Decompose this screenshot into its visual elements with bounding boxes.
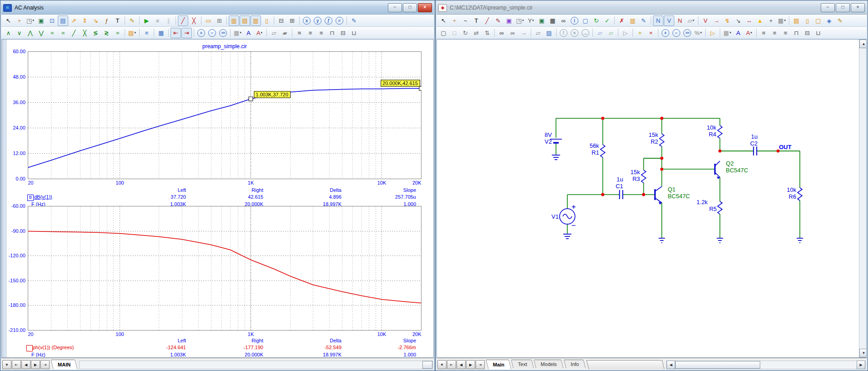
first-page-button[interactable]: ⇤: [12, 360, 21, 369]
flip-vertical-icon[interactable]: ⇅: [482, 28, 492, 38]
close-button[interactable]: ×: [851, 3, 865, 12]
properties-icon[interactable]: ✎: [835, 15, 845, 26]
waveform-badge[interactable]: [26, 345, 33, 351]
scale-mode-icon[interactable]: ⇗: [69, 15, 79, 26]
zoom-out-icon[interactable]: −: [207, 28, 217, 38]
find-component-icon[interactable]: ∞: [558, 15, 569, 26]
go-page-icon[interactable]: ▷: [707, 28, 718, 38]
cursor-high-icon[interactable]: ⋀: [25, 28, 35, 38]
image-icon[interactable]: ▣: [36, 15, 46, 26]
component-r2-resistor[interactable]: [659, 134, 664, 146]
align-left-icon[interactable]: ≡: [758, 28, 769, 38]
horizontal-axis-icon[interactable]: ⊟: [276, 15, 286, 26]
font-icon[interactable]: A: [733, 28, 743, 38]
r2-name-label[interactable]: R2: [651, 138, 658, 145]
schematic-hscrollbar[interactable]: ◀ ▶: [666, 361, 866, 369]
line-mode-icon[interactable]: ╱: [482, 15, 492, 26]
pause-icon[interactable]: ∥: [163, 15, 174, 26]
copy-back-icon[interactable]: ▱: [606, 28, 616, 38]
zoom-in-icon[interactable]: +: [196, 28, 206, 38]
q1-name-label[interactable]: Q1: [667, 186, 675, 193]
align-top-icon[interactable]: ⊓: [327, 28, 337, 38]
box-shape-icon[interactable]: □: [449, 28, 460, 38]
pan-hand-icon[interactable]: +: [449, 15, 460, 26]
q1-model-label[interactable]: BC547C: [667, 193, 690, 200]
scroll-right-button[interactable]: ▶: [857, 361, 865, 369]
align-right-icon[interactable]: ≡: [780, 28, 791, 38]
flow-mode-icon[interactable]: Y▾: [526, 15, 536, 26]
add-page-icon[interactable]: +: [635, 28, 645, 38]
q2-model-label[interactable]: BC547C: [726, 167, 748, 174]
gain-plot[interactable]: [28, 51, 421, 179]
align-center-icon[interactable]: ≡: [305, 28, 316, 38]
q2-name-label[interactable]: Q2: [726, 160, 733, 167]
tags-stripes-icon[interactable]: ▯: [261, 15, 272, 26]
text-mode-icon[interactable]: T: [471, 15, 482, 26]
r5-value-label[interactable]: 1.2k: [697, 199, 708, 206]
restore-button[interactable]: □: [403, 3, 417, 12]
r6-name-label[interactable]: R6: [789, 193, 797, 200]
tab-models[interactable]: Models: [534, 360, 564, 368]
component-r4-resistor[interactable]: [717, 125, 722, 138]
numeric-output-icon[interactable]: ▦: [156, 28, 166, 38]
slope-arrow-icon[interactable]: ↘: [733, 15, 743, 26]
cursor-left-icon[interactable]: ⇤: [171, 28, 181, 38]
border-icon[interactable]: ▤: [791, 15, 802, 26]
r4-name-label[interactable]: R4: [709, 131, 717, 138]
cursor-all-curves-icon[interactable]: ≈: [112, 28, 123, 38]
scroll-up-button[interactable]: ▲: [859, 40, 867, 48]
r4-value-label[interactable]: 10k: [707, 124, 716, 131]
stop-circle-icon[interactable]: ×: [569, 28, 580, 38]
title-block-icon[interactable]: ▯: [802, 15, 813, 26]
clipboard-icon[interactable]: ▤▾: [127, 28, 137, 38]
cursor-slope-icon[interactable]: ╱: [69, 28, 79, 38]
text-page-icon[interactable]: ≡: [141, 28, 152, 38]
node-numbers-icon[interactable]: N: [653, 15, 663, 26]
last-page-button[interactable]: ⇥: [476, 360, 485, 369]
edit-notes-icon[interactable]: ✎: [349, 15, 359, 26]
goto-icon[interactable]: →: [518, 28, 529, 38]
tab-info[interactable]: Info: [563, 360, 586, 368]
current-arrow-icon[interactable]: →: [711, 15, 722, 26]
add-node-icon[interactable]: N: [675, 15, 685, 26]
r1-name-label[interactable]: R1: [592, 149, 599, 156]
v1-name-label[interactable]: V1: [552, 213, 559, 220]
bring-to-front-icon[interactable]: ▰: [280, 28, 290, 38]
cursor-crossing-icon[interactable]: ╳: [80, 28, 90, 38]
grid-icon[interactable]: ▦▾: [777, 15, 787, 26]
component-c1-capacitor[interactable]: [620, 190, 623, 199]
r1-value-label[interactable]: 56k: [590, 142, 599, 149]
refresh-models-icon[interactable]: ↻: [591, 15, 602, 26]
align-middle-icon[interactable]: ⊟: [338, 28, 348, 38]
x-axis-settings-icon[interactable]: x: [301, 15, 312, 26]
select-icon[interactable]: ↖: [3, 15, 14, 26]
page-turn-icon[interactable]: ▷: [620, 28, 631, 38]
voltage-probe-icon[interactable]: V: [700, 15, 711, 26]
y-axis-settings-icon[interactable]: y: [312, 15, 323, 26]
tab-main[interactable]: MAIN: [50, 360, 77, 369]
cursor-right-icon[interactable]: ⇥: [181, 28, 192, 38]
r3-value-label[interactable]: 15k: [631, 169, 640, 175]
component-q1-transistor[interactable]: [655, 186, 665, 243]
cursor-inflection-icon[interactable]: ≈: [47, 28, 57, 38]
nav-window-icon[interactable]: ◈: [824, 15, 834, 26]
power-icon[interactable]: ↯: [722, 15, 733, 26]
c1-value-label[interactable]: 1u: [617, 176, 623, 183]
pan-hand-icon[interactable]: +: [14, 15, 25, 26]
run-icon[interactable]: ▶: [141, 15, 152, 26]
rotate-3d-icon[interactable]: ◳▾: [515, 15, 525, 26]
image-icon[interactable]: ▣: [537, 15, 547, 26]
next-page-button[interactable]: ▶: [466, 360, 475, 369]
waveform-label[interactable]: dB(v(1)): [34, 194, 52, 200]
ac-analysis-titlebar[interactable]: ≋ AC Analysis −□×: [1, 1, 434, 15]
zoom-100-icon[interactable]: 100: [682, 28, 692, 38]
copy-front-icon[interactable]: ▱: [595, 28, 605, 38]
zoom-in-icon[interactable]: +: [660, 28, 671, 38]
align-center-icon[interactable]: ≡: [769, 28, 780, 38]
font-icon[interactable]: A: [243, 28, 254, 38]
scroll-track[interactable]: [859, 48, 866, 349]
more-circle-icon[interactable]: …: [580, 28, 591, 38]
properties-icon[interactable]: ✎: [127, 15, 137, 26]
page-list-button[interactable]: ▼: [2, 360, 11, 369]
tab-main[interactable]: Main: [486, 360, 511, 369]
